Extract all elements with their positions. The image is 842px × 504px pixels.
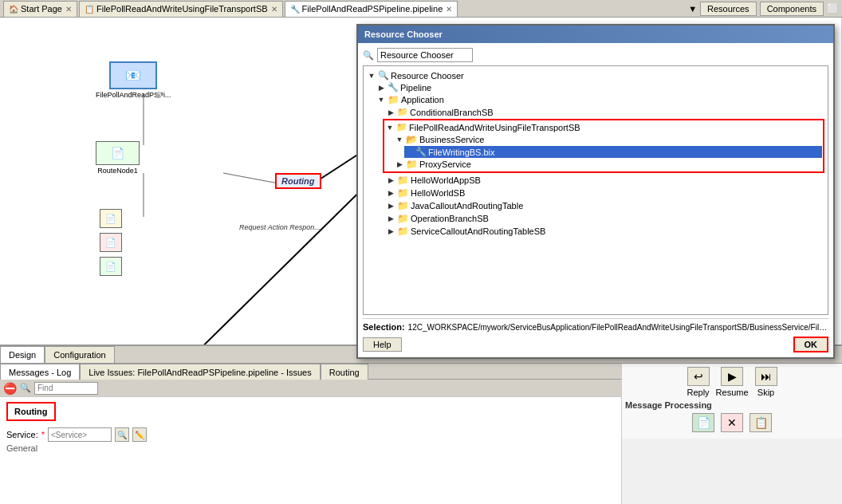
log-search-input[interactable]	[34, 382, 98, 395]
tab-configuration[interactable]: Configuration	[45, 346, 114, 363]
operationbranch-icon: 📁	[397, 213, 409, 224]
skip-icon-box: ⏭	[755, 367, 777, 386]
expand-application[interactable]: ▼	[376, 95, 386, 104]
tree-item-application[interactable]: ▼ 📁 Application	[376, 93, 824, 106]
root-icon: 🔍	[378, 70, 389, 81]
reply-btn[interactable]: ↩ Reply	[687, 367, 709, 397]
tab-design-label: Design	[9, 350, 36, 360]
expand-proxyservice[interactable]: ▶	[395, 159, 404, 169]
expand-businessservice[interactable]: ▼	[395, 135, 404, 144]
tree-item-javacallout[interactable]: ▶ 📁 JavaCalloutAndRoutingTable	[386, 199, 824, 212]
resume-icon-box: ▶	[721, 367, 743, 386]
expand-helloworldsb[interactable]: ▶	[386, 188, 395, 198]
tab-pipeline-close[interactable]: ✕	[446, 5, 452, 14]
routenode-container[interactable]: 📄 RouteNode1	[96, 141, 140, 175]
tab-filepoll[interactable]: 📋 FilePollReadAndWriteUsingFileTransport…	[79, 1, 283, 17]
skip-label: Skip	[757, 388, 774, 397]
servicecallout-icon: 📁	[397, 226, 409, 237]
dropdown-arrow[interactable]: ▼	[688, 4, 697, 14]
reply-icon-box: ↩	[687, 367, 710, 386]
tab-live-issues-label: Live Issues: FilePollAndReadPSPipeline.p…	[89, 368, 311, 377]
tab-live-issues[interactable]: Live Issues: FilePollAndReadPSPipeline.p…	[80, 364, 320, 380]
msg-process-btn-3[interactable]: 📋	[750, 413, 772, 432]
tree-item-businessservice[interactable]: ▼ 📂 BusinessService	[395, 133, 822, 146]
tab-configuration-label: Configuration	[53, 350, 105, 360]
expand-operationbranch[interactable]: ▶	[386, 214, 395, 223]
stop-icon[interactable]: ⛔	[3, 382, 17, 395]
tree-item-helloworldappsb[interactable]: ▶ 📁 HelloWorldAppSB	[386, 174, 824, 187]
tab-start[interactable]: 🏠 Start Page ✕	[3, 1, 77, 17]
resources-button[interactable]: Resources	[700, 2, 757, 16]
tree-area[interactable]: ▼ 🔍 Resource Chooser ▶ 🔧 Pipeline ▼ 📁 Ap…	[363, 65, 828, 315]
tree-item-filepoll[interactable]: ▼ 📁 FilePollReadAndWriteUsingFileTranspo…	[385, 121, 822, 133]
expand-conditionalbranch[interactable]: ▶	[386, 108, 395, 117]
tree-item-root[interactable]: ▼ 🔍 Resource Chooser	[367, 69, 824, 81]
expand-helloworldappsb[interactable]: ▶	[386, 175, 395, 185]
javacallout-icon: 📁	[397, 200, 409, 211]
tree-item-servicecallout[interactable]: ▶ 📁 ServiceCalloutAndRoutingTableSB	[386, 225, 824, 238]
expand-servicecallout[interactable]: ▶	[386, 226, 395, 236]
search-log-icon[interactable]: 🔍	[20, 383, 31, 393]
tree-item-pipeline[interactable]: ▶ 🔧 Pipeline	[376, 81, 824, 93]
service-input[interactable]	[48, 427, 112, 442]
message-processing-label: Message Processing	[625, 400, 839, 410]
helloworldsb-icon: 📁	[397, 187, 409, 199]
expand-pipeline[interactable]: ▶	[376, 83, 386, 93]
tab-pipeline[interactable]: 🔧 FilePollAndReadPSPipeline.pipeline ✕	[285, 1, 458, 17]
small-node-3[interactable]: 📄	[100, 257, 122, 276]
conditionalbranch-icon: 📁	[397, 107, 408, 117]
tree-filepoll-label: FilePollReadAndWriteUsingFileTransportSB	[409, 123, 580, 132]
service-edit-button[interactable]: ✏️	[132, 427, 147, 442]
tab-filepoll-close[interactable]: ✕	[271, 5, 277, 14]
filepoll-tree-group: ▼ 📁 FilePollReadAndWriteUsingFileTranspo…	[383, 119, 824, 173]
dialog-title-bar: Resource Chooser	[358, 26, 833, 43]
small-node-1[interactable]: 📄	[100, 209, 122, 228]
tab-pipeline-label: FilePollAndReadPSPipeline.pipeline	[302, 4, 443, 14]
small-node-2[interactable]: 📄	[100, 233, 122, 252]
msg-process-icon-3: 📋	[750, 413, 772, 432]
log-tabs-row: Messages - Log Live Issues: FilePollAndR…	[0, 364, 621, 380]
msg-process-btn-1[interactable]: 📄	[692, 413, 714, 432]
msg-icons-row: ↩ Reply ▶ Resume ⏭ Skip	[625, 367, 839, 397]
toolbar-right: ▼ Resources Components ⬜	[688, 2, 839, 16]
grid-dot	[155, 93, 160, 98]
routing-box[interactable]: Routing	[275, 173, 321, 189]
expand-filepoll[interactable]: ▼	[385, 123, 395, 132]
search-icon: 🔍	[363, 50, 374, 61]
expand-filewritingbs[interactable]	[404, 148, 414, 157]
selection-label: Selection:	[363, 322, 405, 332]
filewritingbs-icon: 🔧	[415, 147, 427, 157]
tab-routing[interactable]: Routing	[321, 364, 368, 380]
service-row: Service: * 🔍 ✏️	[6, 427, 615, 442]
tree-businessservice-label: BusinessService	[419, 135, 484, 144]
msg-process-btn-2[interactable]: ✕	[721, 413, 743, 432]
tree-item-helloworldsb[interactable]: ▶ 📁 HelloWorldSB	[386, 187, 824, 199]
tab-start-label: Start Page	[21, 4, 62, 14]
tree-root-label: Resource Chooser	[391, 71, 464, 81]
general-label: General	[6, 443, 615, 453]
dialog-search-row: 🔍	[363, 48, 828, 62]
skip-btn[interactable]: ⏭ Skip	[755, 367, 777, 397]
app-folder-icon: 📁	[388, 94, 399, 105]
ok-button[interactable]: OK	[793, 337, 829, 352]
tree-item-proxyservice[interactable]: ▶ 📁 ProxyService	[395, 158, 822, 171]
tree-proxyservice-label: ProxyService	[419, 159, 471, 169]
tree-helloworldappsb-label: HelloWorldAppSB	[411, 175, 481, 185]
tree-application-label: Application	[401, 95, 444, 104]
dialog-search-input[interactable]	[377, 48, 473, 62]
help-button[interactable]: Help	[363, 337, 402, 352]
proxyservice-icon: 📁	[406, 159, 418, 170]
service-search-button[interactable]: 🔍	[115, 427, 129, 442]
tree-item-filewritingbs[interactable]: 🔧 FileWritingBS.bix	[404, 146, 822, 158]
expand-root[interactable]: ▼	[367, 71, 376, 81]
tab-design[interactable]: Design	[0, 346, 45, 363]
tree-item-conditionalbranch[interactable]: ▶ 📁 ConditionalBranchSB	[386, 106, 824, 118]
tab-messages-log[interactable]: Messages - Log	[0, 364, 80, 380]
expand-javacallout[interactable]: ▶	[386, 201, 395, 211]
tab-start-close[interactable]: ✕	[65, 5, 72, 14]
maximize-icon[interactable]: ⬜	[827, 3, 839, 14]
components-button[interactable]: Components	[760, 2, 824, 16]
routing-section-label: Routing	[14, 407, 48, 416]
resume-btn[interactable]: ▶ Resume	[716, 367, 749, 397]
tree-item-operationbranch[interactable]: ▶ 📁 OperationBranchSB	[386, 212, 824, 225]
